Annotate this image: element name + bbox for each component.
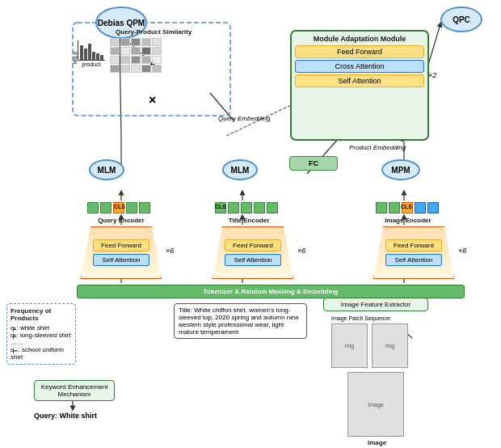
cls-query-label: CLS: [114, 204, 125, 209]
freq-q2: q₂: long-sleeved shirt: [11, 332, 72, 339]
frequency-content: q₁: white shirt q₂: long-sleeved shirt ……: [11, 324, 72, 361]
cell-23: [141, 56, 151, 64]
mpm-node: MPM: [381, 159, 420, 180]
svg-line-14: [388, 137, 404, 142]
cell-20: [110, 56, 120, 64]
query-sa-layer: Self Attention: [93, 254, 150, 266]
feed-forward-module: Feed Forward: [295, 45, 424, 58]
product-embedding-label: Product Embedding: [349, 144, 406, 151]
i-cell-0: [376, 202, 387, 213]
cls-title-label: CLS: [215, 204, 226, 209]
freq-qm: qₘ: school uniform shirt: [11, 346, 72, 361]
image-feature-label: Image Feature Extractor: [341, 301, 410, 308]
i-cell-1: [389, 202, 400, 213]
image-patch-label: Image Patch Sequence: [331, 315, 390, 321]
image-ff-layer: Feed Forward: [385, 239, 443, 251]
title-sa-layer: Self Attention: [225, 254, 282, 266]
title-input-box: Title: White chiffon shirt, women's long…: [174, 303, 307, 339]
cls-image-label: CLS: [401, 204, 412, 209]
i-cell-3: [427, 202, 439, 213]
cell-00: [110, 38, 120, 46]
mpm-label: MPM: [391, 166, 410, 175]
chart-xlabel: product: [82, 61, 100, 67]
title-ff-layer: Feed Forward: [225, 239, 282, 251]
image-sa-layer: Self Attention: [385, 254, 443, 266]
frequency-box: Frequency of Products q₁: white shirt q₂…: [6, 303, 76, 365]
similarity-matrix: [110, 38, 162, 73]
image-feature-extractor: Image Feature Extractor: [323, 298, 428, 311]
bar4: [92, 52, 95, 60]
bar3: [88, 44, 91, 60]
image-thumb-2: img: [372, 323, 408, 368]
cell-11: [120, 47, 130, 55]
bar5: [96, 53, 99, 60]
similarity-section: Query-Product Similarity product log p: [78, 28, 229, 73]
bar1: [80, 45, 83, 60]
debias-qpm-label: Debias QPM: [98, 19, 145, 27]
cell-14: [152, 47, 162, 55]
freq-q1: q₁: white shirt: [11, 324, 72, 332]
cell-04: [152, 38, 162, 46]
cell-21: [120, 56, 130, 64]
keyword-enhancement-box: Keyword Enhancement Mechanism: [34, 380, 115, 401]
cell-10: [110, 47, 120, 55]
fc-box: FC: [289, 156, 338, 171]
tokenizer-bar: Tokenizer & Random Masking & Embedding: [77, 285, 465, 298]
cell-31: [120, 65, 130, 73]
cell-32: [131, 65, 141, 73]
q-cell-3: [139, 202, 150, 213]
q-cell-0: [87, 202, 99, 213]
freq-dots: ……: [11, 339, 72, 346]
keyword-label: Keyword Enhancement Mechanism: [41, 383, 108, 398]
module-adaptation: Module Adaptation Module Feed Forward Cr…: [295, 35, 424, 89]
query-text: Query: White shirt: [34, 412, 97, 420]
q-cell-2: [126, 202, 137, 213]
qpc-node: QPC: [440, 6, 482, 32]
t-cell-0: [228, 202, 239, 213]
x6-query-label: ×6: [166, 247, 174, 255]
qpc-label: QPC: [453, 15, 470, 24]
cell-34: [152, 65, 162, 73]
title-content: Title: White chiffon shirt, women's long…: [179, 306, 302, 336]
cell-13: [141, 47, 151, 55]
multiply-symbol: ×: [149, 93, 156, 108]
cell-12: [131, 47, 141, 55]
cross-attention-module: Cross Attention: [295, 60, 424, 73]
x6-image-label: ×6: [458, 247, 466, 255]
image-thumb-1: img: [331, 323, 368, 368]
architecture-diagram: Debias QPM QPC Query-Product Similarity …: [0, 0, 501, 448]
cell-30: [110, 65, 120, 73]
frequency-title: Frequency of Products: [11, 307, 72, 322]
image-encoder-label: Image Encoder: [376, 217, 440, 224]
image-main: Image: [347, 372, 404, 437]
cell-02: [131, 38, 141, 46]
module-title: Module Adaptation Module: [295, 35, 424, 43]
bar6: [100, 55, 103, 60]
query-label: Query: White shirt: [34, 411, 97, 420]
chart-bars: [78, 40, 105, 61]
t-cell-3: [267, 202, 278, 213]
similarity-title: Query-Product Similarity: [78, 28, 229, 36]
t-cell-1: [241, 202, 252, 213]
q-cell-1: [100, 202, 112, 213]
mlm-query-label: MLM: [98, 166, 116, 175]
cell-01: [120, 38, 130, 46]
cell-33: [141, 65, 151, 73]
title-encoder-block: Feed Forward Self Attention: [213, 226, 293, 279]
cell-03: [141, 38, 151, 46]
x6-title-label: ×6: [297, 247, 305, 255]
image-encoder-block: Feed Forward Self Attention: [373, 226, 454, 279]
i-cell-2: [415, 202, 426, 213]
image-label: Image: [368, 439, 386, 446]
cell-24: [152, 56, 162, 64]
bar-chart: product log p: [78, 40, 105, 73]
x2-label: ×2: [428, 71, 436, 79]
query-ff-layer: Feed Forward: [93, 239, 150, 251]
chart-ylabel: log p: [73, 52, 78, 64]
cell-22: [131, 56, 141, 64]
mlm-title-label: MLM: [231, 166, 250, 175]
query-encoder-label: Query Encoder: [89, 217, 154, 224]
query-embedding-label: Query Embedding: [218, 115, 270, 122]
t-cell-2: [254, 202, 265, 213]
svg-line-15: [428, 24, 440, 65]
